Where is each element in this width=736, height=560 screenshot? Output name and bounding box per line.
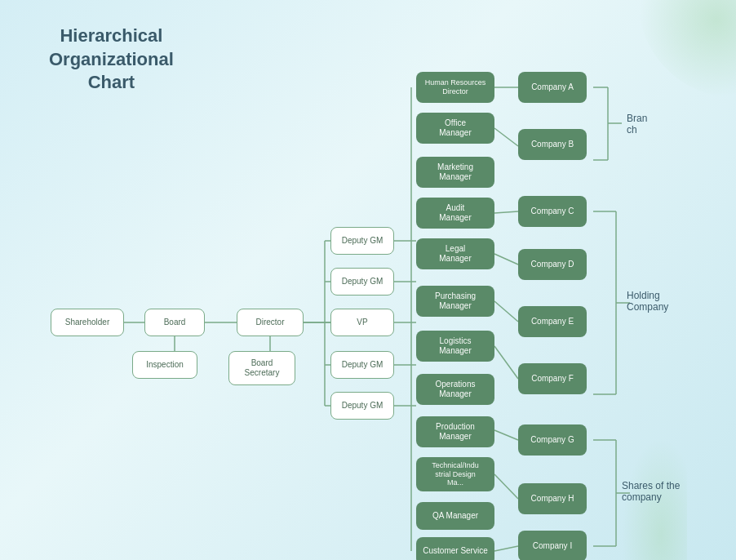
svg-line-22 xyxy=(494,211,518,213)
node-inspection: Inspection xyxy=(132,351,197,379)
svg-line-26 xyxy=(494,430,518,440)
node-company-a: Company A xyxy=(518,72,587,103)
node-company-c: Company C xyxy=(518,196,587,227)
node-vp: VP xyxy=(330,309,394,336)
node-deputy-gm-2: Deputy GM xyxy=(330,268,394,296)
node-hr-director: Human ResourcesDirector xyxy=(416,72,494,103)
node-office-manager: OfficeManager xyxy=(416,113,494,144)
node-production-manager: ProductionManager xyxy=(416,416,494,447)
svg-line-25 xyxy=(494,346,518,379)
node-company-h: Company H xyxy=(518,483,587,514)
node-company-f: Company F xyxy=(518,363,587,394)
node-deputy-gm-1: Deputy GM xyxy=(330,227,394,255)
chart-area: Shareholder Board Inspection Director Bo… xyxy=(0,16,736,555)
svg-line-23 xyxy=(494,254,518,264)
node-company-e: Company E xyxy=(518,306,587,337)
node-shareholder: Shareholder xyxy=(51,309,124,336)
node-logistics-manager: LogisticsManager xyxy=(416,331,494,362)
svg-line-24 xyxy=(494,301,518,322)
node-qa-manager: QA Manager xyxy=(416,502,494,530)
svg-line-27 xyxy=(494,474,518,499)
node-board: Board xyxy=(144,309,205,336)
label-branch: Branch xyxy=(627,113,647,136)
node-purchasing-manager: PurchasingManager xyxy=(416,286,494,317)
label-shares: Shares of thecompany xyxy=(622,480,680,503)
node-board-secretary: BoardSecretary xyxy=(228,351,295,385)
node-legal-manager: LegalManager xyxy=(416,238,494,269)
node-customer-service: Customer Service xyxy=(416,537,494,560)
label-holding: HoldingCompany xyxy=(627,290,668,313)
node-company-g: Company G xyxy=(518,424,587,456)
node-operations-manager: OperationsManager xyxy=(416,374,494,405)
svg-line-21 xyxy=(494,128,518,146)
node-marketing-manager: MarketingManager xyxy=(416,157,494,188)
node-company-i: Company I xyxy=(518,531,587,560)
node-audit-manager: AuditManager xyxy=(416,198,494,229)
node-deputy-gm-3: Deputy GM xyxy=(330,351,394,379)
node-company-b: Company B xyxy=(518,129,587,160)
node-technical-manager: Technical/Industrial DesignMa... xyxy=(416,457,494,491)
node-deputy-gm-4: Deputy GM xyxy=(330,392,394,420)
svg-line-28 xyxy=(494,546,518,551)
node-director: Director xyxy=(237,309,304,336)
node-company-d: Company D xyxy=(518,249,587,280)
